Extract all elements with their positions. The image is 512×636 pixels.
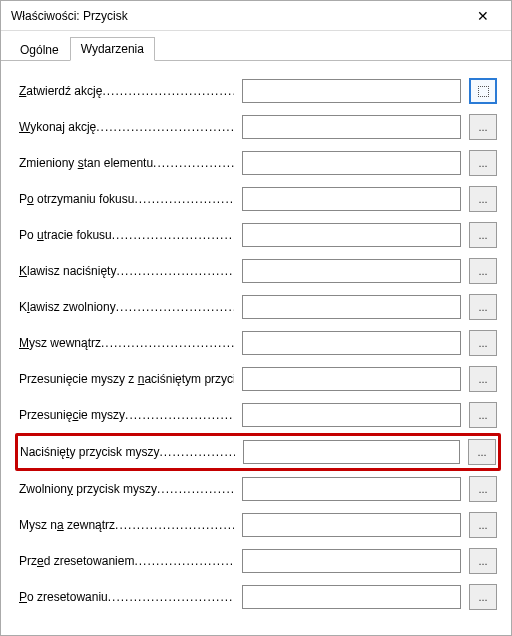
event-browse-button[interactable] (469, 78, 497, 104)
event-row: Zatwierdź akcję.........................… (15, 73, 501, 109)
event-row: Zwolniony przycisk myszy................… (15, 471, 501, 507)
event-input[interactable] (242, 151, 461, 175)
event-row: Mysz wewnątrz...........................… (15, 325, 501, 361)
event-label: Wykonaj akcję...........................… (19, 120, 234, 134)
event-input[interactable] (242, 585, 461, 609)
event-browse-button[interactable]: ... (469, 548, 497, 574)
event-input[interactable] (242, 367, 461, 391)
event-label: Po utracie fokusu.......................… (19, 228, 234, 242)
tab-events[interactable]: Wydarzenia (70, 37, 155, 61)
event-label: Klawisz naciśnięty......................… (19, 264, 234, 278)
event-label: Zatwierdź akcję.........................… (19, 84, 234, 98)
close-icon: ✕ (477, 8, 489, 24)
event-row: Przesunięcie myszy......................… (15, 397, 501, 433)
window-title: Właściwości: Przycisk (11, 9, 128, 23)
event-input[interactable] (242, 477, 461, 501)
close-button[interactable]: ✕ (463, 2, 503, 30)
event-row: Mysz na zewnątrz........................… (15, 507, 501, 543)
event-browse-button[interactable]: ... (469, 512, 497, 538)
event-input[interactable] (242, 549, 461, 573)
events-panel: Zatwierdź akcję.........................… (1, 61, 511, 625)
event-label: Klawisz zwolniony.......................… (19, 300, 234, 314)
event-browse-button[interactable]: ... (469, 114, 497, 140)
event-input[interactable] (242, 513, 461, 537)
event-label: Po otrzymaniu fokusu....................… (19, 192, 234, 206)
event-browse-button[interactable]: ... (469, 150, 497, 176)
event-browse-button[interactable]: ... (468, 439, 496, 465)
event-label: Naciśnięty przycisk myszy...............… (20, 445, 235, 459)
event-browse-button[interactable]: ... (469, 294, 497, 320)
event-label: Mysz wewnątrz...........................… (19, 336, 234, 350)
event-label: Przesunięcie myszy z naciśniętym przycis… (19, 372, 234, 386)
event-input[interactable] (242, 223, 461, 247)
titlebar: Właściwości: Przycisk ✕ (1, 1, 511, 31)
event-label: Zwolniony przycisk myszy................… (19, 482, 234, 496)
event-input[interactable] (242, 187, 461, 211)
event-row: Naciśnięty przycisk myszy...............… (15, 433, 501, 471)
event-row: Przed zresetowaniem.....................… (15, 543, 501, 579)
event-browse-button[interactable]: ... (469, 476, 497, 502)
event-label: Zmieniony stan elementu.................… (19, 156, 234, 170)
event-input[interactable] (242, 331, 461, 355)
event-input[interactable] (242, 259, 461, 283)
event-browse-button[interactable]: ... (469, 258, 497, 284)
event-label: Po zresetowaniu.........................… (19, 590, 234, 604)
event-row: Po utracie fokusu.......................… (15, 217, 501, 253)
event-label: Przed zresetowaniem.....................… (19, 554, 234, 568)
focus-indicator-icon (478, 86, 489, 97)
event-browse-button[interactable]: ... (469, 222, 497, 248)
event-input[interactable] (243, 440, 460, 464)
tab-general[interactable]: Ogólne (9, 38, 70, 61)
event-row: Klawisz zwolniony.......................… (15, 289, 501, 325)
event-row: Po otrzymaniu fokusu....................… (15, 181, 501, 217)
event-row: Przesunięcie myszy z naciśniętym przycis… (15, 361, 501, 397)
event-browse-button[interactable]: ... (469, 330, 497, 356)
event-input[interactable] (242, 295, 461, 319)
event-browse-button[interactable]: ... (469, 186, 497, 212)
event-browse-button[interactable]: ... (469, 366, 497, 392)
event-input[interactable] (242, 79, 461, 103)
event-label: Mysz na zewnątrz........................… (19, 518, 234, 532)
event-browse-button[interactable]: ... (469, 584, 497, 610)
event-browse-button[interactable]: ... (469, 402, 497, 428)
event-label: Przesunięcie myszy......................… (19, 408, 234, 422)
event-row: Klawisz naciśnięty......................… (15, 253, 501, 289)
event-input[interactable] (242, 115, 461, 139)
event-row: Zmieniony stan elementu.................… (15, 145, 501, 181)
tab-bar: Ogólne Wydarzenia (1, 31, 511, 61)
event-row: Wykonaj akcję...........................… (15, 109, 501, 145)
event-row: Po zresetowaniu.........................… (15, 579, 501, 615)
event-input[interactable] (242, 403, 461, 427)
